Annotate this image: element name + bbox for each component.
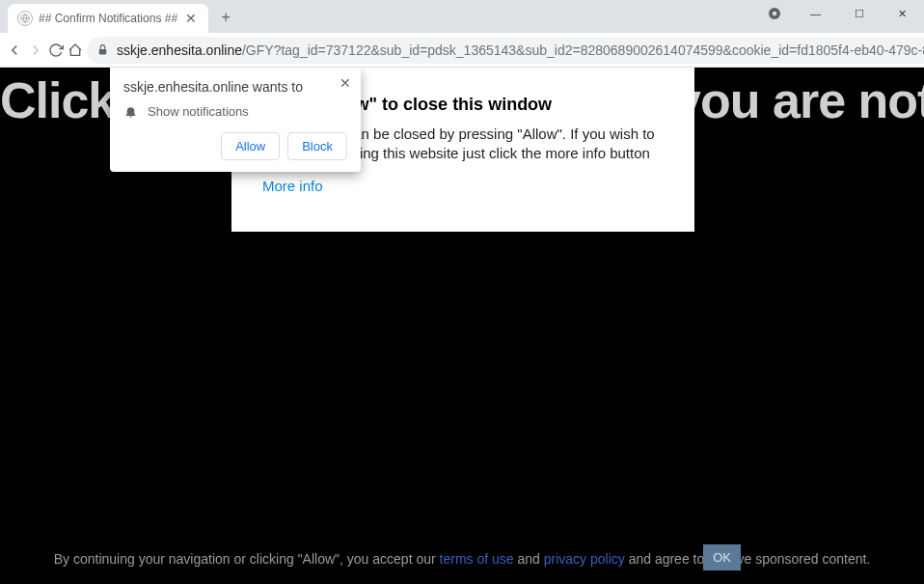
url-text: sskje.enhesita.online/GFY?tag_id=737122&… [117,42,924,58]
allow-button[interactable]: Allow [221,132,280,160]
tab-close-icon[interactable]: ✕ [183,11,199,26]
page-viewport: Click «Allow» to confirm that you are no… [0,68,924,584]
reload-button[interactable] [48,37,64,64]
lock-icon [96,43,109,56]
window-maximize-button[interactable]: ☐ [837,0,881,27]
more-info-link[interactable]: More info [262,178,323,194]
footer-pre: By continuing your navigation or clickin… [54,551,440,567]
consent-footer: By continuing your navigation or clickin… [0,551,924,567]
footer-and: and [514,551,544,567]
titlebar: ## Confirm Notifications ## ✕ + — ☐ ✕ [0,0,924,33]
window-close-button[interactable]: ✕ [881,0,924,27]
new-tab-button[interactable]: + [212,4,239,31]
svg-point-2 [773,12,777,16]
incognito-icon[interactable] [761,0,788,27]
back-button[interactable] [6,37,23,64]
svg-rect-3 [99,49,107,54]
footer-post: and agree to receive sponsored content. [625,551,871,567]
ok-button[interactable]: OK [703,544,741,570]
address-bar[interactable]: sskje.enhesita.online/GFY?tag_id=737122&… [87,37,924,64]
privacy-link[interactable]: privacy policy [544,551,625,567]
popup-host-text: sskje.enhesita.online wants to [123,79,347,95]
forward-button [27,37,44,64]
bell-icon [123,104,138,119]
globe-icon [17,11,33,26]
browser-toolbar: sskje.enhesita.online/GFY?tag_id=737122&… [0,33,924,68]
notification-permission-popup: ✕ sskje.enhesita.online wants to Show no… [110,68,361,172]
window-minimize-button[interactable]: — [794,0,837,27]
block-button[interactable]: Block [287,132,347,160]
popup-row-label: Show notifications [148,104,249,119]
home-button[interactable] [68,37,83,64]
tab-title: ## Confirm Notifications ## [39,12,177,25]
popup-permission-row: Show notifications [123,104,347,119]
popup-close-icon[interactable]: ✕ [340,75,351,91]
browser-tab[interactable]: ## Confirm Notifications ## ✕ [8,4,208,33]
terms-link[interactable]: terms of use [440,551,514,567]
